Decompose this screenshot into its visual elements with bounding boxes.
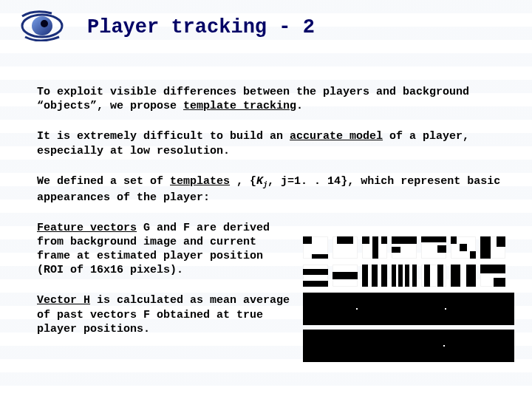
paragraph-4: Feature vectors G and F are derived from… xyxy=(37,221,292,278)
paragraph-2: It is extremely difficult to build an ac… xyxy=(37,129,502,157)
template-thumb xyxy=(392,265,417,287)
paragraph-3: We defined a set of templates , {Kj, j=1… xyxy=(37,174,502,205)
template-thumb xyxy=(421,236,446,259)
math-symbol: K xyxy=(256,175,263,188)
text: It is extremely difficult to build an xyxy=(37,130,290,143)
svg-point-2 xyxy=(41,20,48,27)
paragraph-1: To exploit visible differences between t… xyxy=(37,85,502,113)
text: We defined a set of xyxy=(37,175,170,188)
underline-term: Feature vectors xyxy=(37,222,137,234)
template-thumb xyxy=(480,236,505,259)
template-thumb xyxy=(303,236,328,259)
equation-gf-bar xyxy=(303,293,514,325)
slide-title: Player tracking - 2 xyxy=(87,16,315,38)
template-thumb xyxy=(362,265,387,287)
template-row xyxy=(303,265,517,287)
template-thumb xyxy=(451,236,476,259)
template-thumb xyxy=(421,265,446,287)
underline-term: accurate model xyxy=(290,130,383,143)
template-thumb xyxy=(392,236,417,259)
text: , j=1. . 14 xyxy=(267,175,341,188)
slide: Player tracking - 2 To exploit visible d… xyxy=(0,0,532,399)
template-thumb xyxy=(332,236,358,259)
template-thumb xyxy=(303,265,328,287)
template-thumb xyxy=(362,236,387,259)
paragraph-5: Vector H is calculated as mean average o… xyxy=(37,293,292,336)
equation-h-bar xyxy=(303,330,514,362)
text: . xyxy=(296,100,303,112)
underline-term: Vector H xyxy=(37,294,90,307)
eye-logo-icon xyxy=(19,10,65,41)
underline-term: templates xyxy=(170,175,230,188)
underline-term: template tracking xyxy=(183,100,296,112)
template-thumb xyxy=(480,265,505,287)
template-thumb xyxy=(451,265,476,287)
text: , { xyxy=(230,175,256,188)
template-row xyxy=(303,236,517,259)
templates-panel xyxy=(303,236,517,362)
template-thumb xyxy=(332,265,358,287)
